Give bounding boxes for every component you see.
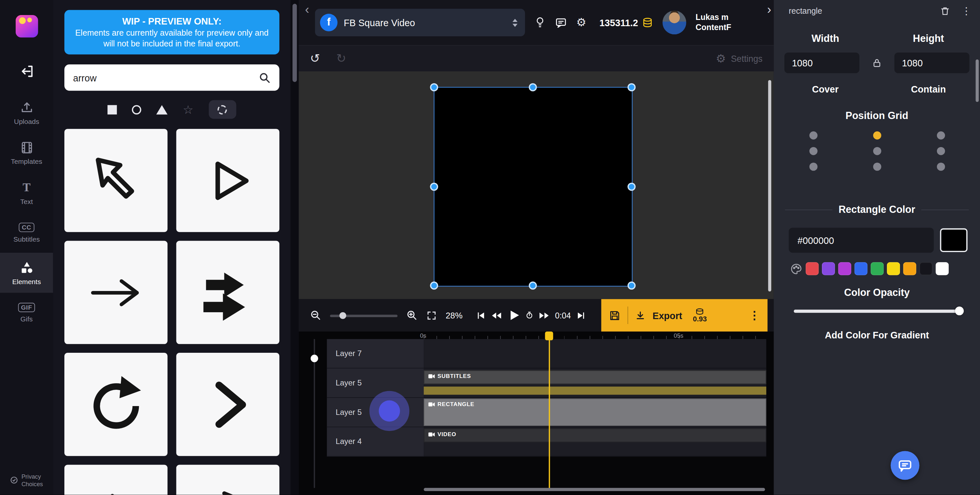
canvas-viewport[interactable] — [299, 71, 774, 299]
credits-counter[interactable]: 135311.2 — [600, 17, 653, 28]
timeline-horizontal-scrollbar[interactable] — [424, 488, 765, 491]
search-input[interactable] — [73, 73, 259, 83]
export-credits[interactable]: 0.93 — [693, 308, 707, 323]
undo-icon[interactable]: ↺ — [310, 51, 320, 66]
element-tile-slant-arrow[interactable] — [177, 465, 280, 495]
play-icon[interactable] — [508, 309, 520, 321]
idea-bulb-button[interactable] — [535, 16, 546, 29]
position-dot-mid-right[interactable] — [937, 147, 945, 155]
format-selector[interactable]: f FB Square Video — [315, 9, 525, 36]
filter-spinner[interactable] — [208, 101, 236, 119]
inspector-scrollbar[interactable] — [976, 59, 979, 102]
opacity-slider[interactable] — [794, 307, 964, 316]
canvas-rectangle[interactable] — [434, 88, 632, 286]
rectangle-track-bar[interactable]: RECTANGLE — [424, 399, 766, 426]
handle-mid-left[interactable] — [430, 183, 438, 191]
handle-top-left[interactable] — [430, 83, 438, 91]
skip-end-icon[interactable] — [577, 311, 586, 320]
element-tile-chevron-right[interactable] — [177, 353, 280, 457]
sidebar-item-subtitles[interactable]: CC Subtitles — [0, 213, 53, 253]
handle-bottom-right[interactable] — [627, 281, 636, 290]
user-avatar[interactable] — [662, 11, 686, 35]
exit-editor-icon[interactable] — [19, 64, 34, 79]
zoom-in-icon[interactable] — [406, 310, 417, 321]
filter-star-icon[interactable]: ☆ — [183, 104, 194, 115]
playhead-handle[interactable] — [545, 332, 553, 340]
fullscreen-icon[interactable] — [426, 310, 437, 321]
zoom-out-icon[interactable] — [310, 310, 321, 321]
canvas-settings-button[interactable]: ⚙ Settings — [716, 52, 762, 65]
element-tile-play-outline[interactable] — [177, 129, 280, 233]
aspect-lock-button[interactable] — [859, 58, 894, 68]
handle-top-right[interactable] — [627, 83, 636, 91]
position-dot-mid-center[interactable] — [873, 147, 881, 155]
cover-button[interactable]: Cover — [774, 84, 877, 94]
download-icon[interactable] — [635, 310, 646, 321]
sidebar-item-text[interactable]: T Text — [0, 172, 53, 212]
collapse-panel-chevron-icon[interactable]: › — [767, 3, 771, 17]
add-gradient-button[interactable]: Add Color For Gradient — [774, 330, 980, 340]
sidebar-item-gifs[interactable]: GIF Gifs — [0, 292, 53, 332]
filter-square-icon[interactable] — [108, 105, 117, 115]
position-dot-bottom-left[interactable] — [809, 163, 817, 171]
width-input[interactable] — [784, 53, 859, 73]
export-menu-icon[interactable]: ⋮ — [749, 308, 760, 322]
position-dot-bottom-right[interactable] — [937, 163, 945, 171]
contain-button[interactable]: Contain — [877, 84, 980, 94]
back-chevron-icon[interactable]: ‹ — [305, 3, 309, 17]
element-tile-cursor-arrow[interactable] — [64, 129, 167, 233]
scrollbar-thumb[interactable] — [293, 3, 297, 82]
element-tile-rotate-arrow[interactable] — [64, 353, 167, 457]
swatch-purple[interactable] — [838, 262, 851, 275]
skip-start-icon[interactable] — [476, 311, 486, 320]
palette-icon[interactable] — [790, 262, 802, 275]
handle-top-center[interactable] — [529, 83, 537, 91]
rewind-icon[interactable] — [491, 311, 502, 320]
zoom-slider-thumb[interactable] — [339, 312, 346, 319]
timer-icon[interactable] — [526, 311, 533, 319]
swatch-orange[interactable] — [903, 262, 916, 275]
redo-icon[interactable]: ↻ — [336, 51, 346, 66]
opacity-slider-thumb[interactable] — [955, 307, 964, 316]
swatch-yellow[interactable] — [887, 262, 900, 275]
swatch-white[interactable] — [935, 262, 949, 275]
position-dot-top-center[interactable] — [873, 131, 881, 140]
color-preview-chip[interactable] — [940, 228, 967, 252]
position-dot-mid-left[interactable] — [809, 147, 817, 155]
position-dot-bottom-center[interactable] — [873, 163, 881, 171]
sidebar-item-uploads[interactable]: Uploads — [0, 93, 53, 133]
sidebar-item-elements[interactable]: Elements — [0, 253, 53, 292]
trash-icon[interactable] — [940, 6, 950, 16]
filter-triangle-icon[interactable] — [156, 105, 167, 115]
canvas-scrollbar[interactable] — [768, 80, 771, 292]
handle-mid-right[interactable] — [627, 183, 636, 191]
subtitles-timing-strip[interactable] — [424, 386, 766, 394]
swatch-blue[interactable] — [854, 262, 867, 275]
element-tile-arrow-left[interactable] — [64, 465, 167, 495]
element-tile-arrow-right[interactable] — [64, 241, 167, 344]
color-hex-input[interactable] — [789, 228, 934, 253]
swatch-red[interactable] — [805, 262, 819, 275]
handle-bottom-left[interactable] — [430, 281, 438, 290]
subtitles-track-bar[interactable]: SUBTITLES — [424, 370, 766, 384]
swatch-green[interactable] — [870, 262, 884, 275]
swatch-violet[interactable] — [822, 262, 835, 275]
video-track-bar[interactable]: VIDEO — [424, 429, 766, 442]
filter-circle-icon[interactable] — [132, 105, 142, 115]
app-logo[interactable] — [15, 15, 38, 38]
zoom-slider[interactable] — [330, 312, 398, 319]
export-button[interactable]: Export — [652, 310, 682, 321]
position-dot-top-left[interactable] — [809, 131, 817, 140]
swatch-black[interactable] — [919, 262, 932, 275]
timeline-vertical-thumb[interactable] — [311, 355, 318, 362]
help-chat-button[interactable] — [891, 451, 919, 480]
forward-icon[interactable] — [539, 311, 549, 320]
save-icon[interactable] — [609, 309, 620, 321]
feedback-button[interactable] — [555, 17, 567, 29]
position-dot-top-right[interactable] — [937, 131, 945, 140]
settings-gear-button[interactable]: ⚙ — [576, 16, 586, 29]
privacy-choices-link[interactable]: Privacy Choices — [10, 473, 43, 487]
inspector-menu-icon[interactable]: ⋮ — [961, 5, 972, 17]
element-tile-double-arrows[interactable] — [177, 241, 280, 344]
height-input[interactable] — [894, 53, 970, 73]
